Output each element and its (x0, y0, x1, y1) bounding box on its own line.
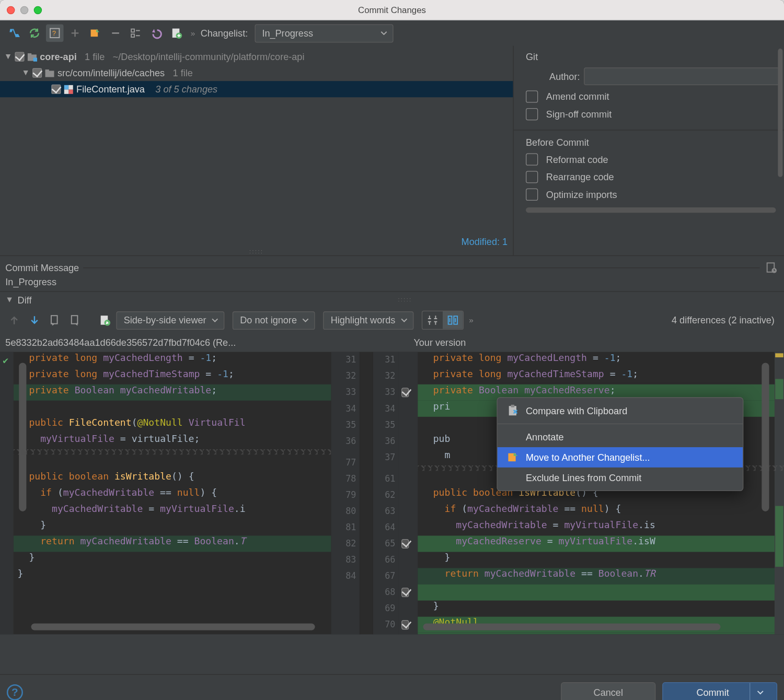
code-line[interactable]: return myCachedWritable == Boolean.TR (418, 568, 784, 585)
include-line-checkbox[interactable] (399, 384, 411, 401)
history-icon[interactable] (764, 260, 778, 275)
expand-triangle-icon[interactable] (21, 69, 30, 77)
checkbox[interactable] (526, 90, 538, 102)
menu-exclude-lines[interactable]: Exclude Lines from Commit (498, 468, 743, 488)
code-line[interactable]: public boolean isWritable() { (14, 471, 331, 487)
include-line-checkbox[interactable] (399, 633, 411, 635)
code-line[interactable] (418, 585, 784, 601)
commit-message-input[interactable]: In_Progress (0, 276, 784, 291)
horizontal-scrollbar[interactable] (423, 624, 720, 631)
expand-toolbar-icon[interactable]: » (191, 28, 195, 38)
vertical-scrollbar[interactable] (778, 49, 782, 177)
add-icon[interactable] (66, 25, 84, 42)
new-changelist-icon[interactable] (168, 25, 186, 42)
revert-icon[interactable] (147, 25, 165, 42)
amend-row[interactable]: Amend commit (526, 90, 780, 102)
refresh-icon[interactable] (26, 25, 43, 42)
show-details-icon[interactable]: ? (46, 25, 64, 42)
checkbox[interactable] (51, 85, 61, 94)
commit-button[interactable]: Commit (662, 682, 777, 700)
include-line-checkbox[interactable] (399, 401, 411, 417)
collapse-toggle[interactable] (422, 311, 464, 330)
code-line[interactable]: if (myCachedWritable == null) { (418, 503, 784, 519)
code-line[interactable]: myCachedWritable = myVirtualFile.is (418, 519, 784, 535)
code-line[interactable]: if (myCachedWritable == null) { (14, 487, 331, 503)
commit-dropdown-icon[interactable] (750, 683, 770, 700)
code-line[interactable] (14, 454, 331, 471)
highlight-mode-dropdown[interactable]: Highlight words (323, 311, 413, 329)
code-line[interactable]: public FileContent(@NotNull VirtualFil (14, 417, 331, 433)
menu-compare-clipboard[interactable]: Compare with Clipboard (498, 401, 743, 421)
checkbox[interactable] (32, 68, 42, 78)
compare-next-file-icon[interactable] (66, 311, 84, 329)
code-line[interactable] (14, 401, 331, 417)
tree-file-row[interactable]: FileContent.java 3 of 5 changes (0, 81, 513, 97)
signoff-row[interactable]: Sign-off commit (526, 108, 780, 120)
ignore-mode-dropdown[interactable]: Do not ignore (233, 311, 315, 329)
include-line-checkbox[interactable] (399, 601, 411, 617)
reformat-row[interactable]: Reformat code (526, 154, 780, 166)
horizontal-scrollbar[interactable] (31, 624, 315, 631)
remove-icon[interactable] (107, 25, 124, 42)
code-line[interactable]: myCachedReserve = myVirtualFile.isW (418, 535, 784, 552)
diff-section[interactable]: Diff ::::: (0, 291, 784, 307)
code-line[interactable]: } (418, 552, 784, 568)
include-line-checkbox[interactable] (399, 617, 411, 633)
horizontal-scrollbar[interactable] (526, 207, 776, 213)
code-line[interactable]: private long myCachedTimeStamp = -1; (418, 368, 784, 384)
code-line[interactable]: private long myCachedLength = -1; (14, 352, 331, 368)
menu-annotate[interactable]: Annotate (498, 427, 743, 447)
code-line[interactable]: myVirtualFile = virtualFile; (14, 433, 331, 449)
include-line-checkbox[interactable] (399, 368, 411, 384)
show-diff-icon[interactable] (5, 25, 23, 42)
viewer-mode-dropdown[interactable]: Side-by-side viewer (116, 311, 224, 329)
vertical-scrollbar[interactable] (762, 363, 769, 511)
group-by-icon[interactable] (127, 25, 145, 42)
collapse-unchanged-icon[interactable] (422, 311, 443, 329)
include-line-checkbox[interactable] (399, 503, 411, 519)
help-button[interactable]: ? (7, 684, 23, 700)
include-line-checkbox[interactable] (399, 585, 411, 601)
include-line-checkbox[interactable] (399, 449, 411, 465)
right-code-pane[interactable]: private long myCachedLength = -1; privat… (418, 352, 784, 635)
include-line-checkbox[interactable] (399, 433, 411, 449)
expand-triangle-icon[interactable] (5, 296, 14, 304)
code-line[interactable] (418, 633, 784, 635)
left-code-pane[interactable]: private long myCachedLength = -1; privat… (14, 352, 331, 635)
code-line[interactable]: private Boolean myCachedWritable; (14, 384, 331, 401)
include-line-checkbox[interactable] (399, 552, 411, 568)
sync-scroll-icon[interactable] (443, 311, 463, 329)
menu-move-changelist[interactable]: Move to Another Changelist... (498, 447, 743, 468)
tree-package-row[interactable]: src/com/intellij/ide/caches 1 file (0, 65, 513, 81)
cancel-button[interactable]: Cancel (561, 682, 655, 700)
checkbox[interactable] (526, 154, 538, 166)
optimize-row[interactable]: Optimize imports (526, 189, 780, 201)
include-line-checkbox[interactable] (399, 487, 411, 503)
include-line-checkbox[interactable] (399, 417, 411, 433)
include-line-checkbox[interactable] (399, 568, 411, 585)
edit-icon[interactable] (96, 311, 114, 329)
checkbox[interactable] (526, 108, 538, 120)
include-line-checkbox[interactable] (399, 535, 411, 552)
author-input[interactable] (584, 67, 780, 85)
diff-viewer[interactable]: ✔ private long myCachedLength = -1; priv… (0, 352, 784, 635)
code-line[interactable]: private long myCachedLength = -1; (418, 352, 784, 368)
partial-commit-gutter[interactable] (399, 352, 418, 635)
code-line[interactable]: } (418, 601, 784, 617)
move-to-changelist-icon[interactable] (87, 25, 105, 42)
error-stripe[interactable] (775, 352, 784, 635)
code-line[interactable]: return myCachedWritable == Boolean.T (14, 535, 331, 552)
code-line[interactable]: private long myCachedTimeStamp = -1; (14, 368, 331, 384)
code-line[interactable]: myCachedWritable = myVirtualFile.i (14, 503, 331, 519)
changelist-dropdown[interactable]: In_Progress (255, 24, 394, 42)
code-line[interactable]: } (14, 519, 331, 535)
include-line-checkbox[interactable] (399, 352, 411, 368)
expand-triangle-icon[interactable] (4, 53, 13, 61)
checkbox[interactable] (15, 52, 24, 62)
checkbox[interactable] (526, 189, 538, 201)
changes-tree[interactable]: core-api 1 file ~/Desktop/intellij-commu… (0, 46, 513, 234)
resize-grip-icon[interactable]: ::::: (398, 297, 412, 303)
next-diff-icon[interactable] (26, 311, 43, 329)
compare-prev-file-icon[interactable] (46, 311, 64, 329)
vertical-scrollbar[interactable] (19, 363, 26, 511)
